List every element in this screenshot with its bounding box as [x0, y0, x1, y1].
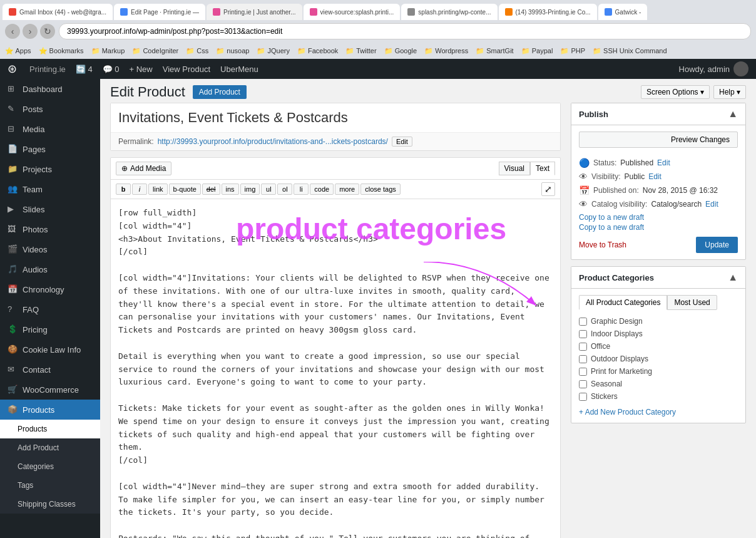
- sidebar-item-pages[interactable]: 📄 Pages: [0, 139, 100, 159]
- cat-print-marketing-checkbox[interactable]: [579, 368, 587, 376]
- wp-logo[interactable]: ⊛: [8, 62, 17, 76]
- main-layout: ⊞ Dashboard ✎ Posts ⊟ Media 📄 Pages 📁 Pr…: [0, 79, 756, 538]
- comments-count[interactable]: 💬 0: [103, 65, 120, 74]
- browser-tab-source[interactable]: view-source:splash.printi...: [304, 4, 401, 20]
- more-button[interactable]: more: [335, 184, 359, 195]
- sidebar-item-chronology[interactable]: 📅 Chronology: [0, 279, 100, 299]
- forward-button[interactable]: ›: [23, 24, 38, 39]
- copy-draft-link-2[interactable]: Copy to a new draft: [579, 223, 738, 232]
- link-button[interactable]: link: [148, 184, 168, 195]
- bookmark-ssh[interactable]: 📁 SSH Unix Command: [593, 47, 667, 55]
- sidebar-item-cookie[interactable]: 🍪 Cookie Law Info: [0, 339, 100, 360]
- permalink-link[interactable]: http://39993.yourproof.info/product/invi…: [158, 137, 388, 146]
- catalog-edit-link[interactable]: Edit: [705, 200, 718, 209]
- ubermenu-link[interactable]: UberMenu: [220, 65, 258, 74]
- update-button[interactable]: Update: [696, 237, 738, 253]
- sidebar-submenu-add-product[interactable]: Add Product: [0, 438, 100, 457]
- cat-seasonal-checkbox[interactable]: [579, 380, 587, 388]
- sidebar-item-media[interactable]: ⊟ Media: [0, 119, 100, 139]
- italic-button[interactable]: i: [132, 184, 147, 195]
- sidebar-item-posts[interactable]: ✎ Posts: [0, 99, 100, 119]
- view-product-link[interactable]: View Product: [163, 65, 210, 74]
- visibility-edit-link[interactable]: Edit: [648, 172, 662, 181]
- browser-tab-edit[interactable]: Edit Page · Printing.ie —: [114, 4, 205, 20]
- sidebar-submenu-categories[interactable]: Categories: [0, 457, 100, 476]
- sidebar-submenu-shipping[interactable]: Shipping Classes: [0, 495, 100, 514]
- bookmark-smartgit[interactable]: 📁 SmartGit: [476, 47, 513, 55]
- code-button[interactable]: code: [310, 184, 334, 195]
- sidebar-item-slides[interactable]: ▶ Slides: [0, 199, 100, 219]
- browser-tab-splash[interactable]: splash.printing/wp-conte...: [401, 4, 497, 20]
- sidebar-item-videos[interactable]: 🎬 Videos: [0, 239, 100, 259]
- bookmark-apps[interactable]: ⭐ Apps: [5, 47, 31, 55]
- all-categories-tab[interactable]: All Product Categories: [579, 295, 667, 310]
- screen-options-button[interactable]: Screen Options ▾: [641, 85, 710, 99]
- new-button[interactable]: + New: [130, 65, 153, 74]
- ol-button[interactable]: ol: [277, 184, 292, 195]
- expand-editor-button[interactable]: ⤢: [541, 182, 555, 196]
- bookmark-wordpress[interactable]: 📁 Wordpress: [424, 47, 468, 55]
- bookmark-google[interactable]: 📁 Google: [384, 47, 417, 55]
- bold-button[interactable]: b: [116, 184, 131, 195]
- sidebar-item-team[interactable]: 👥 Team: [0, 179, 100, 199]
- add-new-category-link[interactable]: + Add New Product Category: [579, 408, 738, 416]
- bookmark-css[interactable]: 📁 Css: [186, 47, 208, 55]
- cat-outdoor-displays-checkbox[interactable]: [579, 355, 587, 363]
- add-product-button[interactable]: Add Product: [193, 85, 247, 99]
- cat-indoor-displays-checkbox[interactable]: [579, 330, 587, 338]
- bookmark-php[interactable]: 📁 PHP: [560, 47, 585, 55]
- updates-count[interactable]: 🔄 4: [76, 65, 93, 74]
- bookmark-markup[interactable]: 📁 Markup: [91, 47, 125, 55]
- sidebar-submenu-products-item[interactable]: Products: [0, 420, 100, 438]
- del-button[interactable]: del: [202, 184, 220, 195]
- sidebar-submenu-tags[interactable]: Tags: [0, 476, 100, 495]
- ul-button[interactable]: ul: [261, 184, 276, 195]
- move-to-trash-link[interactable]: Move to Trash: [579, 241, 626, 249]
- sidebar-item-pricing[interactable]: 💲 Pricing: [0, 319, 100, 339]
- status-edit-link[interactable]: Edit: [657, 158, 670, 167]
- sidebar-item-contact[interactable]: ✉ Contact: [0, 360, 100, 380]
- cat-office-checkbox[interactable]: [579, 343, 587, 351]
- sidebar-item-woocommerce[interactable]: 🛒 WooCommerce: [0, 380, 100, 400]
- product-categories-toggle[interactable]: ▲: [728, 272, 738, 283]
- ins-button[interactable]: ins: [222, 184, 239, 195]
- preview-changes-button[interactable]: Preview Changes: [579, 132, 738, 148]
- sidebar-item-products[interactable]: 📦 Products: [0, 400, 100, 420]
- cat-graphic-design-checkbox[interactable]: [579, 318, 587, 326]
- copy-draft-link-1[interactable]: Copy to a new draft: [579, 213, 738, 222]
- bquote-button[interactable]: b-quote: [169, 184, 201, 195]
- bookmark-codeigniter[interactable]: 📁 CodeIgniter: [132, 47, 178, 55]
- editor-content[interactable]: [row full_width] [col width="4"] <h3>Abo…: [111, 199, 560, 538]
- most-used-tab[interactable]: Most Used: [667, 295, 717, 310]
- address-input[interactable]: [59, 23, 751, 39]
- img-button[interactable]: img: [240, 184, 260, 195]
- close-tags-button[interactable]: close tags: [360, 184, 401, 195]
- browser-tab-gatwick[interactable]: Gatwick -: [598, 4, 648, 20]
- back-button[interactable]: ‹: [5, 24, 20, 39]
- permalink-edit-button[interactable]: Edit: [392, 137, 412, 147]
- li-button[interactable]: li: [294, 184, 309, 195]
- cat-stickers-checkbox[interactable]: [579, 393, 587, 401]
- add-media-button[interactable]: ⊕ Add Media: [116, 162, 171, 175]
- help-button[interactable]: Help ▾: [713, 85, 746, 99]
- site-name[interactable]: Printing.ie: [29, 65, 66, 74]
- post-title-input[interactable]: [111, 103, 560, 132]
- bookmark-jquery[interactable]: 📁 JQuery: [257, 47, 290, 55]
- bookmark-paypal[interactable]: 📁 Paypal: [521, 47, 553, 55]
- sidebar-item-projects[interactable]: 📁 Projects: [0, 159, 100, 179]
- text-tab[interactable]: Text: [530, 162, 555, 175]
- bookmark-bookmarks[interactable]: ⭐ Bookmarks: [39, 47, 84, 55]
- browser-tab-39993[interactable]: (14) 39993-Printing.ie Co...: [499, 4, 597, 20]
- visual-tab[interactable]: Visual: [499, 162, 530, 175]
- sidebar-item-dashboard[interactable]: ⊞ Dashboard: [0, 79, 100, 99]
- publish-box-toggle[interactable]: ▲: [728, 108, 738, 120]
- reload-button[interactable]: ↻: [40, 24, 55, 39]
- bookmark-facebook[interactable]: 📁 Facebook: [297, 47, 338, 55]
- sidebar-item-faq[interactable]: ? FAQ: [0, 299, 100, 319]
- bookmark-nusoap[interactable]: 📁 nusoap: [216, 47, 249, 55]
- sidebar-item-audios[interactable]: 🎵 Audios: [0, 259, 100, 279]
- sidebar-item-photos[interactable]: 🖼 Photos: [0, 219, 100, 239]
- browser-tab-gmail[interactable]: Gmail Inbox (44) - web@itgra...: [3, 4, 113, 20]
- browser-tab-printing[interactable]: Printing.ie | Just another...: [207, 4, 302, 20]
- bookmark-twitter[interactable]: 📁 Twitter: [345, 47, 376, 55]
